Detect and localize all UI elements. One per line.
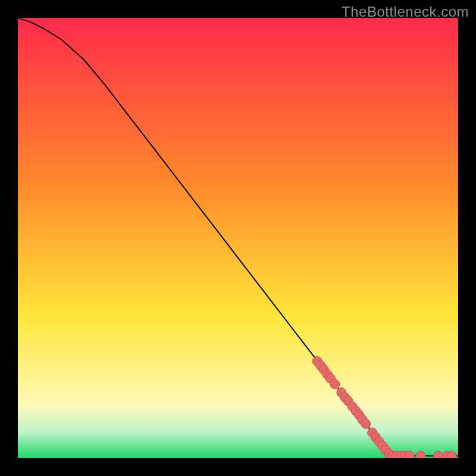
chart-container: TheBottleneck.com [0,0,476,476]
watermark-text: TheBottleneck.com [342,4,469,20]
data-marker [361,419,371,428]
chart-svg [18,18,458,458]
data-marker [330,380,340,389]
data-marker [416,451,425,458]
data-marker [447,451,456,458]
plot-area [18,18,458,458]
data-marker [405,451,415,458]
gradient-background [18,18,458,458]
data-marker [434,451,443,458]
